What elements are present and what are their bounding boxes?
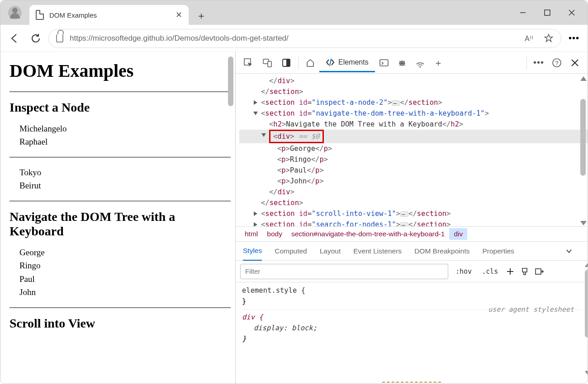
page-h1: DOM Examples	[9, 60, 231, 81]
svg-rect-24	[536, 269, 541, 274]
section-inspect-heading: Inspect a Node	[9, 100, 231, 115]
dom-selected-node[interactable]: <div> == $0	[239, 130, 588, 143]
computed-toggle-icon[interactable]	[534, 267, 544, 276]
svg-text:A⁾⁾: A⁾⁾	[525, 35, 533, 42]
tab-title: DOM Examples	[49, 11, 97, 19]
list-item: Raphael	[19, 135, 231, 148]
svg-point-17	[419, 66, 421, 67]
maximize-button[interactable]	[543, 9, 551, 17]
tab-layout[interactable]: Layout	[320, 247, 341, 255]
drawer-resize-handle[interactable]	[382, 382, 441, 383]
styles-filter-input[interactable]	[240, 264, 448, 279]
devtools-panel: Elements ＋ ••• ? </div> </section> <sect…	[236, 52, 588, 384]
browser-toolbar: https://microsoftedge.github.io/Demos/de…	[0, 25, 588, 52]
crumb-html[interactable]: html	[240, 228, 262, 240]
dom-breadcrumb[interactable]: html body section#navigate-the-dom-tree-…	[236, 226, 588, 242]
list-item: Beirut	[19, 179, 231, 192]
tab-elements-label: Elements	[338, 58, 369, 66]
styles-filter-row: :hov .cls	[236, 261, 588, 282]
devtools-toolbar: Elements ＋ ••• ?	[236, 52, 588, 74]
dom-tree[interactable]: </div> </section> <section id="inspect-a…	[236, 74, 588, 226]
list-item: Paul	[19, 272, 231, 286]
help-icon[interactable]: ?	[548, 54, 566, 72]
list-artists: Michelangelo Raphael	[19, 122, 231, 149]
tab-elements[interactable]: Elements	[319, 54, 375, 72]
list-item: Ringo	[19, 259, 231, 272]
brush-icon[interactable]	[520, 267, 530, 276]
user-agent-label: user agent stylesheet	[488, 304, 574, 315]
tab-properties[interactable]: Properties	[482, 247, 514, 255]
styles-body[interactable]: element.style { } div { display: block; …	[236, 282, 588, 350]
console-icon[interactable]	[375, 54, 393, 72]
close-tab-icon[interactable]: ✕	[175, 10, 182, 20]
tab-event-listeners[interactable]: Event Listeners	[353, 247, 402, 255]
tab-styles[interactable]: Styles	[243, 242, 262, 261]
list-item: Tokyo	[19, 166, 231, 179]
settings-more-button[interactable]: •••	[565, 29, 583, 47]
element-style-selector[interactable]: element.style {	[242, 285, 581, 296]
read-aloud-icon[interactable]: A⁾⁾	[525, 33, 535, 43]
browser-tab[interactable]: DOM Examples ✕	[29, 5, 189, 25]
dom-tree-scrollbar[interactable]	[580, 76, 587, 225]
styles-scrollbar[interactable]	[585, 262, 588, 375]
svg-rect-1	[545, 10, 550, 15]
crumb-body[interactable]: body	[262, 228, 287, 240]
svg-rect-11	[380, 60, 388, 66]
document-icon	[36, 10, 44, 20]
chevron-down-icon[interactable]	[566, 248, 580, 254]
page-scrollbar[interactable]	[228, 56, 234, 384]
crumb-div[interactable]: div	[449, 228, 467, 240]
back-button[interactable]	[5, 29, 23, 47]
svg-text:?: ?	[555, 60, 559, 66]
new-tab-button[interactable]: ＋	[192, 7, 210, 25]
minimize-button[interactable]	[519, 9, 527, 17]
url-text: https://microsoftedge.github.io/Demos/de…	[70, 34, 289, 43]
customize-devtools-icon[interactable]: •••	[530, 54, 548, 72]
network-conditions-icon[interactable]	[411, 54, 429, 72]
display-property[interactable]: display: block;	[242, 323, 581, 333]
list-beatles: George Ringo Paul John	[19, 246, 231, 299]
list-item: George	[19, 246, 231, 259]
dock-side-icon[interactable]	[277, 54, 295, 72]
svg-rect-9	[286, 59, 290, 66]
crumb-section[interactable]: section#navigate-the-dom-tree-with-a-key…	[287, 228, 449, 240]
tab-dom-breakpoints[interactable]: DOM Breakpoints	[414, 247, 469, 255]
title-bar: DOM Examples ✕ ＋	[0, 0, 588, 25]
new-style-rule-icon[interactable]	[505, 267, 515, 276]
tab-computed[interactable]: Computed	[275, 247, 307, 255]
list-item: Michelangelo	[19, 122, 231, 135]
svg-line-10	[330, 59, 331, 66]
welcome-icon[interactable]	[301, 54, 319, 72]
rendered-page: DOM Examples Inspect a Node Michelangelo…	[0, 52, 236, 384]
hov-toggle[interactable]: :hov	[453, 267, 474, 276]
section-navigate-heading: Navigate the DOM Tree with a Keyboard	[9, 210, 231, 239]
lock-icon	[56, 34, 63, 42]
cls-toggle[interactable]: .cls	[479, 267, 501, 276]
device-emulation-icon[interactable]	[258, 54, 276, 72]
svg-rect-7	[268, 61, 271, 67]
address-bar[interactable]: https://microsoftedge.github.io/Demos/de…	[48, 29, 561, 48]
list-cities: Tokyo Beirut	[19, 166, 231, 192]
close-devtools-icon[interactable]	[566, 54, 584, 72]
bug-icon[interactable]	[393, 54, 411, 72]
styles-tabs: Styles Computed Layout Event Listeners D…	[236, 242, 588, 261]
refresh-button[interactable]	[27, 29, 45, 47]
profile-avatar[interactable]	[0, 0, 29, 25]
list-item: John	[19, 286, 231, 299]
favorite-icon[interactable]	[544, 33, 554, 43]
section-scroll-heading: Scroll into View	[9, 316, 231, 331]
code-icon	[326, 58, 335, 67]
inspect-element-icon[interactable]	[239, 54, 257, 72]
more-tools-icon[interactable]: ＋	[429, 54, 447, 72]
close-window-button[interactable]	[568, 9, 576, 17]
